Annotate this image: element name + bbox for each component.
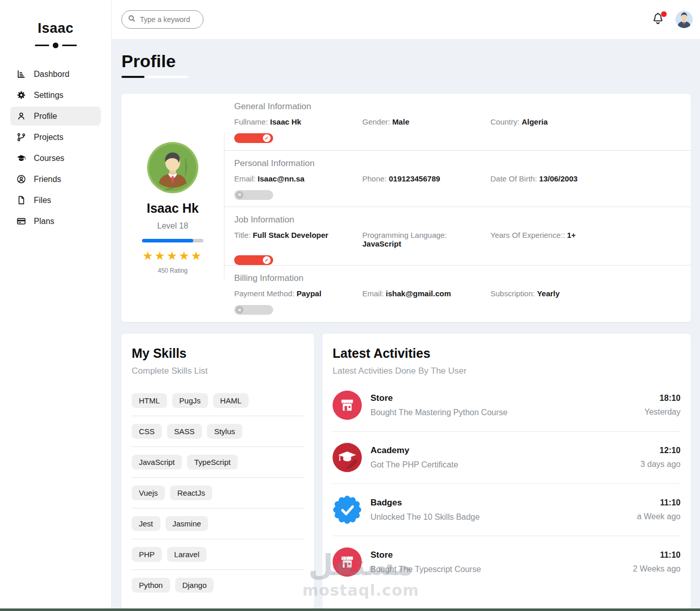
activity-ago: 2 Weeks ago	[633, 564, 681, 574]
sidebar-item-label: Files	[34, 196, 51, 205]
skill-chip[interactable]: Stylus	[207, 424, 242, 439]
activity-ago: 3 days ago	[641, 460, 681, 469]
activity-ago: a Week ago	[637, 512, 681, 521]
skill-group: CSS SASS Stylus	[132, 416, 304, 447]
notifications-bell-icon[interactable]	[652, 12, 665, 27]
skill-group: Vuejs ReactJs	[132, 478, 304, 508]
activity-time: 12:10	[641, 446, 681, 455]
user-circle-icon	[16, 174, 26, 184]
section-general-information: General Information Fullname: Isaac Hk G…	[224, 94, 691, 151]
sidebar-item-label: Friends	[34, 175, 61, 184]
field-email: Email: Isaac@nn.sa	[234, 174, 362, 183]
skills-list: HTML PugJs HAML CSS SASS Stylus JavaScri…	[132, 385, 304, 600]
title-underline	[121, 76, 188, 78]
field-years-of-experience: Years Of Experience:: 1+	[490, 231, 681, 248]
skill-chip[interactable]: HTML	[132, 393, 167, 408]
activity-item[interactable]: Store Bought The Mastering Python Course…	[333, 379, 681, 432]
sidebar-item-files[interactable]: Files	[10, 191, 101, 210]
git-branch-icon	[16, 132, 26, 142]
sidebar-item-label: Projects	[34, 133, 64, 142]
field-country: Country: Algeria	[490, 117, 681, 126]
skill-chip[interactable]: Laravel	[167, 547, 207, 562]
sidebar-item-plans[interactable]: Plans	[10, 212, 101, 231]
sidebar-item-label: Dashbord	[34, 70, 69, 79]
sidebar-item-friends[interactable]: Friends	[10, 170, 101, 189]
topbar-avatar[interactable]	[675, 11, 693, 28]
skill-chip[interactable]: PugJs	[172, 393, 208, 408]
toggle-general-information[interactable]: ✓	[234, 133, 273, 143]
skill-chip[interactable]: HAML	[213, 393, 249, 408]
skill-chip[interactable]: Vuejs	[132, 485, 165, 500]
gear-icon	[16, 90, 26, 100]
toggle-personal-information[interactable]: ✕	[234, 190, 273, 200]
activity-item[interactable]: Academy Got The PHP Certificate 12:10 3 …	[333, 432, 681, 484]
my-skills-card: My Skills Complete Skills List HTML PugJ…	[121, 334, 314, 610]
profile-name: Isaac Hk	[147, 201, 198, 216]
latest-activities-card: Latest Activities Latest Activities Done…	[322, 334, 691, 610]
skill-chip[interactable]: Django	[175, 578, 214, 593]
app-window: Isaac Dashbord Settings Profile	[0, 0, 700, 608]
skill-group: PHP Laravel	[132, 539, 304, 570]
field-fullname: Fullname: Isaac Hk	[234, 117, 362, 126]
star-icon: ★	[167, 249, 179, 262]
store-icon	[333, 547, 362, 577]
activity-title: Badges	[370, 498, 480, 508]
activity-description: Got The PHP Certificate	[370, 460, 458, 470]
activity-description: Bought The Mastering Python Course	[370, 408, 507, 417]
profile-avatar	[147, 142, 198, 193]
sidebar-item-label: Courses	[34, 154, 65, 163]
activity-item[interactable]: Badges Unlocked The 10 Skills Badge 11:1…	[333, 484, 681, 536]
graduation-cap-icon	[16, 153, 26, 163]
profile-info-sections: General Information Fullname: Isaac Hk G…	[224, 94, 691, 322]
skill-chip[interactable]: Jest	[132, 516, 160, 531]
star-icon: ★	[155, 249, 167, 262]
search-box[interactable]	[121, 10, 203, 29]
activities-list: Store Bought The Mastering Python Course…	[333, 379, 681, 588]
section-job-information: Job Information Title: Full Stack Develo…	[224, 207, 691, 266]
search-input[interactable]	[140, 15, 197, 24]
activity-description: Bought The Typescript Course	[370, 565, 481, 574]
sidebar: Isaac Dashbord Settings Profile	[0, 0, 112, 608]
sidebar-item-profile[interactable]: Profile	[10, 107, 101, 126]
section-heading: Billing Information	[234, 273, 681, 283]
skill-chip[interactable]: JavaScript	[132, 455, 182, 470]
section-heading: Personal Information	[234, 158, 681, 169]
sidebar-item-courses[interactable]: Courses	[10, 149, 101, 168]
skill-chip[interactable]: Python	[132, 578, 170, 593]
activity-item[interactable]: Store Bought The Typescript Course 11:10…	[333, 536, 681, 588]
activity-title: Store	[370, 550, 481, 560]
skill-chip[interactable]: TypeScript	[187, 455, 238, 470]
sidebar-item-projects[interactable]: Projects	[10, 128, 101, 147]
bottom-edge-bar	[0, 608, 700, 611]
sidebar-item-label: Plans	[34, 217, 54, 226]
sidebar-item-dashboard[interactable]: Dashbord	[10, 65, 101, 84]
field-date-of-birth: Date Of Birth: 13/06/2003	[490, 174, 681, 183]
search-icon	[128, 14, 136, 25]
skill-chip[interactable]: Jasmine	[166, 516, 209, 531]
field-billing-email: Email: ishak@gmail.com	[362, 289, 490, 298]
sidebar-item-settings[interactable]: Settings	[10, 86, 101, 105]
skill-chip[interactable]: CSS	[132, 424, 162, 439]
skills-subtitle: Complete Skills List	[132, 366, 304, 376]
skill-chip[interactable]: PHP	[132, 547, 162, 562]
vertical-divider	[224, 133, 224, 279]
level-progress-bar	[142, 239, 203, 242]
skill-chip[interactable]: ReactJs	[170, 485, 212, 500]
field-title: Title: Full Stack Developer	[234, 231, 362, 248]
academy-icon	[333, 443, 362, 472]
badge-icon	[333, 495, 362, 524]
profile-summary: Isaac Hk Level 18 ★★★★★ 450 Rating	[121, 94, 224, 322]
activity-title: Store	[370, 393, 507, 403]
skill-chip[interactable]: SASS	[167, 424, 202, 439]
skill-group: Python Django	[132, 570, 304, 600]
field-subscription: Subscription: Yearly	[490, 289, 681, 298]
activity-time: 11:10	[633, 551, 681, 560]
section-heading: Job Information	[234, 215, 681, 225]
activities-subtitle: Latest Activities Done By The User	[333, 366, 681, 376]
sidebar-item-label: Profile	[34, 112, 57, 121]
store-icon	[333, 391, 362, 420]
toggle-job-information[interactable]: ✓	[234, 255, 273, 265]
toggle-billing-information[interactable]: ✕	[234, 305, 273, 315]
sidebar-item-label: Settings	[34, 91, 64, 100]
logo-divider	[35, 43, 77, 48]
